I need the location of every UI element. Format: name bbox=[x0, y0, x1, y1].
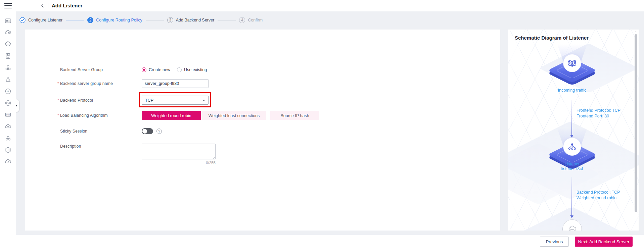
sticky-session-toggle[interactable] bbox=[142, 128, 153, 134]
hexagon-chart-icon[interactable] bbox=[4, 146, 12, 154]
lb-algorithm-label: *Load Balancing Algorithm bbox=[57, 113, 108, 118]
char-counter: 0/255 bbox=[142, 161, 216, 165]
schematic-stage: Incoming traffic Frontend Protocol: TCP … bbox=[508, 30, 639, 231]
step-configure-routing-policy[interactable]: 2 Configure Routing Policy bbox=[87, 17, 142, 23]
listener-node bbox=[563, 138, 581, 156]
circles-cluster-icon[interactable] bbox=[4, 134, 12, 142]
step-connector bbox=[218, 20, 236, 20]
cloud-upload-icon[interactable] bbox=[4, 122, 12, 131]
step-configure-listener[interactable]: Configure Listener bbox=[19, 17, 62, 23]
selected-protocol: TCP bbox=[145, 98, 153, 103]
disk-cloud-icon[interactable] bbox=[4, 52, 12, 60]
create-new-radio-option[interactable]: Create new bbox=[142, 67, 170, 72]
backend-server-group-label: *Backend Server Group bbox=[57, 67, 103, 72]
listener-label: Listener listener-f8cf bbox=[528, 162, 616, 171]
step-number-badge: 3 bbox=[167, 17, 173, 23]
radio-label[interactable]: Use existing bbox=[184, 67, 207, 72]
use-existing-radio-option[interactable]: Use existing bbox=[177, 67, 207, 72]
routing-policy-form: *Backend Server Group Create new Use exi… bbox=[25, 30, 500, 231]
header-divider bbox=[48, 3, 48, 8]
step-confirm[interactable]: 4 Confirm bbox=[239, 17, 263, 23]
menu-icon[interactable] bbox=[4, 3, 12, 9]
step-connector bbox=[66, 20, 84, 20]
wizard-footer: Previous Next: Add Backend Server bbox=[16, 235, 644, 252]
hexagon-cluster-icon[interactable] bbox=[4, 64, 12, 72]
page-title: Add Listener bbox=[52, 3, 83, 8]
chevron-down-icon bbox=[202, 100, 205, 101]
down-arrow bbox=[571, 100, 572, 135]
toggle-knob bbox=[142, 129, 147, 134]
step-label: Add Backend Server bbox=[176, 18, 215, 22]
schematic-title: Schematic Diagram of Listener bbox=[515, 35, 589, 41]
step-add-backend-server[interactable]: 3 Add Backend Server bbox=[167, 17, 215, 23]
description-textarea[interactable] bbox=[142, 144, 216, 159]
cloud-cursor-icon[interactable] bbox=[4, 29, 12, 37]
page-header: Add Listener bbox=[16, 0, 644, 11]
schematic-panel: Schematic Diagram of Listener bbox=[508, 30, 639, 231]
step-label: Configure Listener bbox=[28, 18, 62, 22]
description-label: *Description bbox=[57, 144, 81, 149]
ip-icon[interactable]: IP bbox=[4, 87, 12, 95]
step-label: Confirm bbox=[248, 18, 263, 22]
svg-text:IP: IP bbox=[7, 90, 9, 93]
network-atom-icon bbox=[567, 58, 577, 68]
radio-unchecked-icon[interactable] bbox=[177, 67, 182, 72]
id-card-icon[interactable] bbox=[4, 17, 12, 25]
step-connector bbox=[146, 20, 164, 20]
step-number-badge: 4 bbox=[239, 17, 245, 23]
step-number-badge: 2 bbox=[87, 17, 93, 23]
frontend-note: Frontend Protocol: TCP Frontend Port: 80 bbox=[577, 108, 620, 119]
add-listener-page: IP DNS Add Listener Configure Listener 2 bbox=[0, 0, 644, 252]
algorithm-option-source-ip-hash[interactable]: Source IP hash bbox=[270, 111, 319, 120]
help-icon[interactable]: ? bbox=[156, 129, 162, 134]
back-icon[interactable] bbox=[40, 3, 46, 9]
circuit-node-icon[interactable] bbox=[4, 99, 12, 107]
sticky-session-label: *Sticky Session bbox=[57, 129, 87, 134]
incoming-traffic-label: Incoming traffic bbox=[528, 88, 616, 93]
service-sidebar: IP DNS bbox=[0, 0, 16, 252]
svg-text:DNS: DNS bbox=[6, 114, 10, 116]
group-name-label: *Backend server group name bbox=[57, 81, 113, 86]
backend-protocol-label: *Backend Protocol bbox=[57, 98, 93, 103]
down-arrow bbox=[571, 177, 572, 215]
backend-note: Backend Protocol: TCP Weighted round rob… bbox=[577, 190, 620, 201]
cloud-gauge-icon[interactable] bbox=[4, 158, 12, 166]
step-label: Configure Routing Policy bbox=[96, 18, 142, 22]
wizard-steps: Configure Listener 2 Configure Routing P… bbox=[19, 15, 263, 25]
panel-scrollbar[interactable]: ▲ bbox=[634, 30, 638, 231]
dns-icon[interactable]: DNS bbox=[4, 111, 12, 119]
prism-icon[interactable] bbox=[4, 75, 12, 84]
incoming-traffic-node bbox=[563, 54, 581, 72]
backend-cloud-icon bbox=[567, 224, 577, 231]
previous-button[interactable]: Previous bbox=[540, 237, 569, 247]
next-add-backend-server-button[interactable]: Next: Add Backend Server bbox=[575, 237, 633, 247]
sidebar-divider bbox=[2, 13, 13, 13]
step-done-check-icon bbox=[19, 17, 26, 23]
group-name-input[interactable] bbox=[142, 79, 209, 88]
radio-label[interactable]: Create new bbox=[149, 67, 170, 72]
backend-protocol-select[interactable]: TCP bbox=[142, 96, 209, 105]
scrollbar-thumb[interactable] bbox=[635, 34, 637, 212]
algorithm-option-weighted-least-connections[interactable]: Weighted least connections bbox=[202, 111, 266, 120]
scroll-up-icon[interactable]: ▲ bbox=[634, 30, 638, 33]
algorithm-option-weighted-round-robin[interactable]: Weighted round robin bbox=[142, 111, 201, 120]
radio-checked-icon[interactable] bbox=[142, 67, 146, 72]
cloud-server-icon[interactable] bbox=[4, 40, 12, 48]
listener-tree-icon bbox=[567, 142, 577, 152]
